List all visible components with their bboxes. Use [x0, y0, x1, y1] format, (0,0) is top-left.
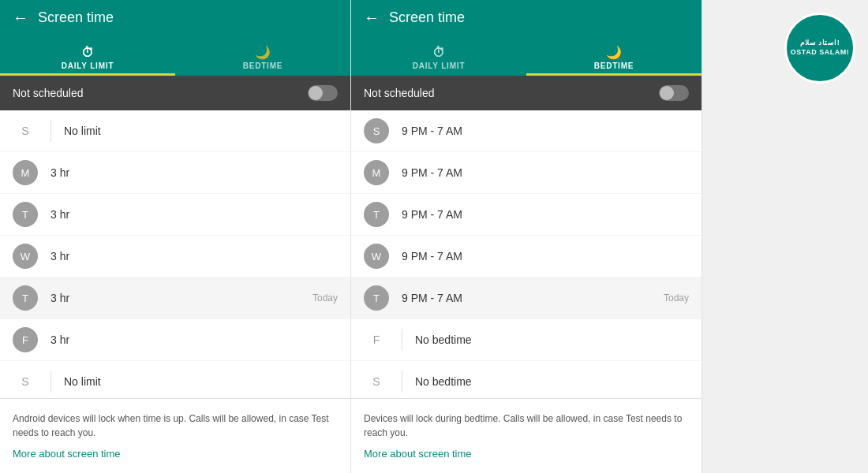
left-toggle[interactable] — [308, 85, 338, 101]
right-screen: ← Screen time ⏱ DAILY LIMIT 🌙 BEDTIME No… — [351, 0, 702, 473]
right-tab-bedtime[interactable]: 🌙 BEDTIME — [526, 35, 702, 76]
day-circle-s1: S — [13, 118, 38, 143]
right-toggle-knob — [660, 86, 674, 100]
day-value: 9 PM - 7 AM — [402, 292, 664, 304]
today-label: Today — [312, 292, 338, 304]
right-schedule-text: Not scheduled — [364, 87, 435, 99]
divider — [51, 371, 51, 393]
left-footer: Android devices will lock when time is u… — [0, 398, 350, 473]
left-footer-link[interactable]: More about screen time — [13, 448, 121, 460]
left-schedule-bar: Not scheduled — [0, 76, 350, 110]
right-footer-text: Devices will lock during bedtime. Calls … — [364, 412, 689, 440]
day-circle-t1: T — [364, 202, 389, 227]
daily-limit-icon: ⏱ — [81, 46, 95, 60]
day-value: No limit — [64, 125, 338, 137]
right-back-button[interactable]: ← — [364, 9, 380, 27]
logo-text: استاد سلام! OSTAD SALAM! — [791, 39, 849, 57]
right-footer: Devices will lock during bedtime. Calls … — [351, 398, 702, 473]
table-row[interactable]: W 3 hr — [0, 236, 350, 277]
day-circle-f: F — [364, 327, 389, 352]
day-circle-w: W — [13, 244, 38, 269]
day-value: 3 hr — [51, 208, 338, 221]
table-row[interactable]: T 9 PM - 7 AM — [351, 194, 702, 236]
right-toggle[interactable] — [659, 85, 689, 101]
day-circle-s1: S — [364, 118, 389, 143]
day-circle-m: M — [364, 160, 389, 185]
day-value: 9 PM - 7 AM — [402, 250, 689, 263]
right-tabs: ⏱ DAILY LIMIT 🌙 BEDTIME — [351, 35, 702, 76]
left-tabs: ⏱ DAILY LIMIT 🌙 BEDTIME — [0, 35, 350, 76]
left-tab-bedtime-label: BEDTIME — [243, 61, 283, 70]
day-value: 3 hr — [51, 333, 338, 346]
day-value: 9 PM - 7 AM — [402, 208, 689, 221]
table-row[interactable]: F No bedtime — [351, 319, 702, 361]
day-value: No limit — [64, 375, 338, 388]
right-tab-bedtime-label: BEDTIME — [594, 61, 634, 70]
right-header-title: Screen time — [389, 9, 465, 26]
right-header: ← Screen time — [351, 0, 702, 35]
left-tab-bedtime[interactable]: 🌙 BEDTIME — [175, 35, 350, 76]
table-row[interactable]: M 3 hr — [0, 152, 350, 194]
day-circle-f: F — [13, 327, 38, 352]
ostad-salam-logo: استاد سلام! OSTAD SALAM! — [784, 13, 855, 84]
left-toggle-knob — [309, 86, 323, 100]
logo-area: استاد سلام! OSTAD SALAM! — [702, 0, 868, 473]
day-value: 3 hr — [51, 166, 338, 179]
day-value: 3 hr — [51, 292, 312, 304]
daily-limit-icon-right: ⏱ — [432, 46, 446, 60]
day-value: No bedtime — [415, 333, 689, 346]
left-screen: ← Screen time ⏱ DAILY LIMIT 🌙 BEDTIME No… — [0, 0, 351, 473]
today-label: Today — [664, 292, 689, 304]
left-schedule-text: Not scheduled — [13, 87, 84, 99]
day-circle-s2: S — [364, 369, 389, 394]
table-row-today[interactable]: T 9 PM - 7 AM Today — [351, 277, 702, 319]
left-header-title: Screen time — [38, 9, 114, 26]
table-row[interactable]: F 3 hr — [0, 319, 350, 361]
day-circle-t2: T — [364, 285, 389, 311]
table-row[interactable]: W 9 PM - 7 AM — [351, 236, 702, 277]
left-header: ← Screen time — [0, 0, 350, 35]
left-days-list: S No limit M 3 hr T 3 hr W 3 hr T 3 — [0, 110, 350, 398]
left-tab-daily[interactable]: ⏱ DAILY LIMIT — [0, 35, 175, 76]
day-value: No bedtime — [415, 375, 689, 388]
right-days-list: S 9 PM - 7 AM M 9 PM - 7 AM T 9 PM - 7 A… — [351, 110, 702, 398]
day-circle-t1: T — [13, 202, 38, 227]
day-value: 3 hr — [51, 250, 338, 263]
left-back-button[interactable]: ← — [13, 9, 28, 27]
right-tab-daily[interactable]: ⏱ DAILY LIMIT — [351, 35, 526, 76]
day-circle-w: W — [364, 244, 389, 269]
bedtime-moon-icon-right: 🌙 — [606, 45, 623, 60]
table-row[interactable]: T 3 hr — [0, 194, 350, 236]
day-value: 9 PM - 7 AM — [402, 125, 689, 137]
table-row[interactable]: S No limit — [0, 110, 350, 152]
table-row[interactable]: M 9 PM - 7 AM — [351, 152, 702, 194]
table-row-today[interactable]: T 3 hr Today — [0, 277, 350, 319]
day-value: 9 PM - 7 AM — [402, 166, 689, 179]
left-tab-daily-label: DAILY LIMIT — [62, 61, 114, 70]
divider — [51, 120, 51, 142]
right-tab-daily-label: DAILY LIMIT — [413, 61, 466, 70]
bedtime-moon-icon: 🌙 — [255, 45, 271, 60]
day-circle-s2: S — [13, 369, 38, 394]
table-row[interactable]: S No bedtime — [351, 361, 702, 398]
table-row[interactable]: S 9 PM - 7 AM — [351, 110, 702, 152]
table-row[interactable]: S No limit — [0, 361, 350, 398]
divider — [402, 329, 402, 351]
day-circle-t2: T — [13, 285, 38, 311]
day-circle-m: M — [13, 160, 38, 185]
divider — [402, 371, 402, 393]
right-footer-link[interactable]: More about screen time — [364, 448, 472, 460]
left-footer-text: Android devices will lock when time is u… — [13, 412, 338, 440]
right-schedule-bar: Not scheduled — [351, 76, 702, 110]
